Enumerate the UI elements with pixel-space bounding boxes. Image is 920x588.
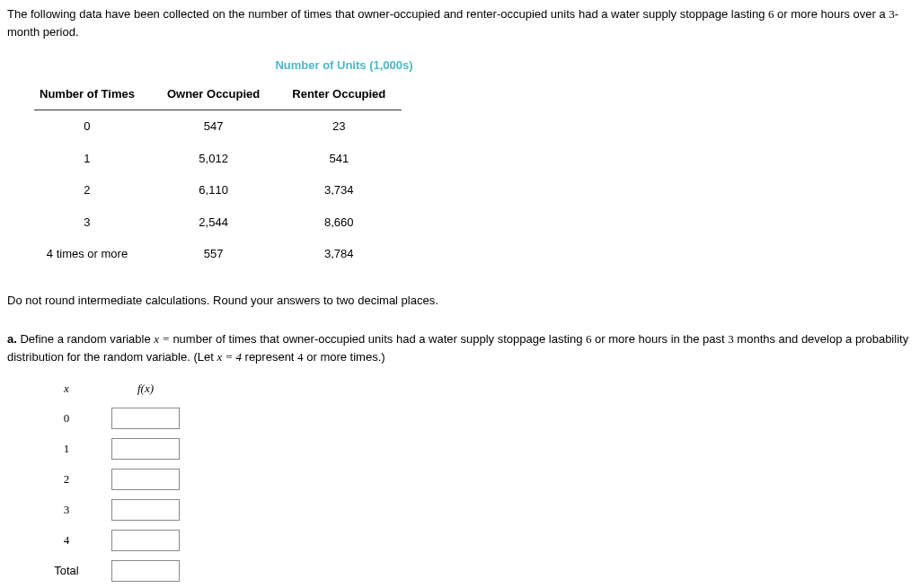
- cell-owner: 6,110: [151, 174, 276, 206]
- table-row: 3 2,544 8,660: [34, 206, 402, 239]
- cell-owner: 547: [151, 110, 276, 143]
- answer-input-2[interactable]: [111, 469, 180, 490]
- cell-renter: 8,660: [276, 206, 402, 239]
- header-renter: Renter Occupied: [276, 80, 402, 110]
- part-a-prompt: a. Define a random variable x = number o…: [7, 330, 913, 365]
- answer-x: 4: [31, 525, 102, 556]
- part-a-p1: Define a random variable: [17, 332, 154, 346]
- answer-total-label: Total: [31, 556, 102, 586]
- intro-text: The following data have been collected o…: [7, 5, 913, 40]
- rounding-instruction: Do not round intermediate calculations. …: [7, 292, 913, 310]
- answer-input-4[interactable]: [111, 530, 180, 551]
- cell-owner: 557: [151, 238, 276, 270]
- answer-row: 4: [31, 525, 189, 556]
- answer-fx-cell: [102, 464, 189, 495]
- answer-fx-cell: [102, 434, 189, 464]
- table-row: 4 times or more 557 3,784: [34, 238, 402, 270]
- cell-times: 4 times or more: [34, 238, 151, 270]
- answer-header-row: x f(x): [31, 376, 189, 403]
- data-table: Number of Times Owner Occupied Renter Oc…: [34, 80, 402, 270]
- table-row: 0 547 23: [34, 110, 402, 143]
- part-a-var: x =: [154, 332, 172, 346]
- table-row: 2 6,110 3,734: [34, 174, 402, 206]
- answer-row: 3: [31, 495, 189, 525]
- cell-renter: 541: [276, 143, 402, 175]
- header-times: Number of Times: [34, 80, 151, 110]
- answer-row: 1: [31, 434, 189, 464]
- answer-input-3[interactable]: [111, 499, 180, 521]
- answer-input-0[interactable]: [111, 408, 180, 429]
- cell-owner: 2,544: [151, 206, 276, 239]
- answer-fx-cell: [102, 403, 189, 434]
- cell-times: 1: [34, 143, 151, 175]
- answer-row-total: Total: [31, 556, 189, 586]
- answer-fx-cell: [102, 556, 189, 586]
- cell-times: 2: [34, 174, 151, 206]
- answer-x: 3: [31, 495, 102, 525]
- answer-table: x f(x) 0 1 2 3 4 Total: [31, 376, 189, 586]
- answer-input-1[interactable]: [111, 438, 180, 460]
- part-a-p2: number of times that owner-occupied unit…: [172, 332, 586, 346]
- answer-fx-cell: [102, 525, 189, 556]
- part-a-p5: represent: [242, 350, 297, 364]
- answer-row: 0: [31, 403, 189, 434]
- cell-times: 0: [34, 110, 151, 143]
- table-row: 1 5,012 541: [34, 143, 402, 175]
- part-a-label: a.: [7, 332, 17, 346]
- intro-part2: or more hours over a: [774, 7, 889, 21]
- answer-x: 1: [31, 434, 102, 464]
- answer-fx-cell: [102, 495, 189, 525]
- cell-renter: 3,784: [276, 238, 402, 270]
- table-header-row: Number of Times Owner Occupied Renter Oc…: [34, 80, 402, 110]
- answer-x: 2: [31, 464, 102, 495]
- intro-part1: The following data have been collected o…: [7, 7, 768, 21]
- answer-header-x: x: [31, 376, 102, 403]
- part-a-p6: or more times.): [304, 350, 385, 364]
- cell-times: 3: [34, 206, 151, 239]
- cell-renter: 23: [276, 110, 402, 143]
- answer-row: 2: [31, 464, 189, 495]
- table-super-header: Number of Units (1,000s): [34, 57, 506, 80]
- header-owner: Owner Occupied: [151, 80, 276, 110]
- answer-header-fx: f(x): [102, 376, 189, 403]
- data-table-wrap: Number of Units (1,000s) Number of Times…: [34, 57, 913, 270]
- part-a-let: x = 4: [217, 350, 242, 364]
- part-a-p3: or more hours in the past: [591, 332, 728, 346]
- answer-input-total[interactable]: [111, 560, 180, 582]
- cell-renter: 3,734: [276, 174, 402, 206]
- answer-x: 0: [31, 403, 102, 434]
- cell-owner: 5,012: [151, 143, 276, 175]
